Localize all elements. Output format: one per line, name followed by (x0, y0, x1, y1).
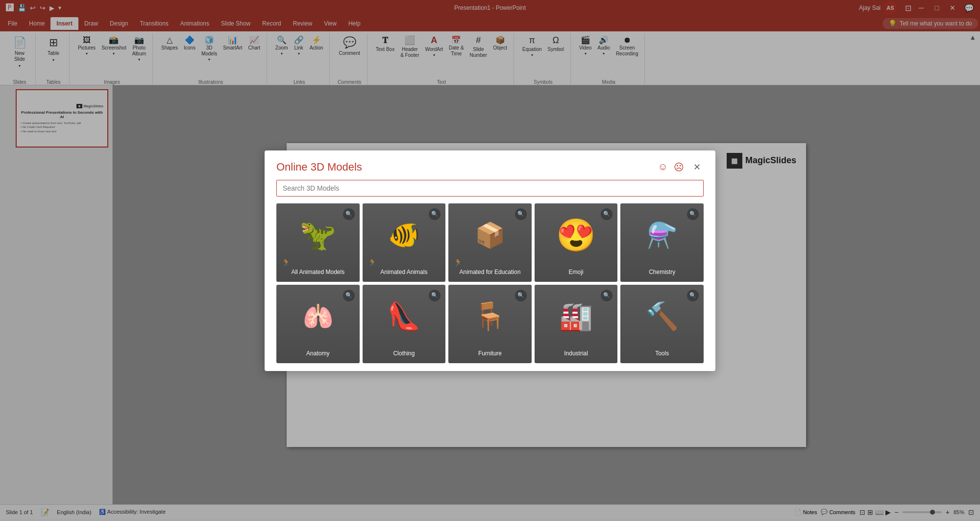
clothing-search-icon: 🔍 (429, 290, 441, 301)
category-tools[interactable]: 🔨 🔍 Tools (620, 285, 704, 363)
furniture-search-icon: 🔍 (515, 290, 527, 301)
chemistry-search-icon: 🔍 (687, 208, 699, 220)
all-animated-search-icon: 🔍 (343, 208, 355, 220)
category-furniture[interactable]: 🪑 🔍 Furniture (448, 285, 532, 363)
all-animated-label: All Animated Models (291, 269, 344, 275)
animated-education-label: Animated for Education (460, 269, 521, 275)
category-emoji[interactable]: 😍 🔍 Emoji (535, 203, 618, 282)
category-animated-animals[interactable]: 🐠 🔍 🏃 Animated Animals (363, 203, 446, 282)
industrial-label: Industrial (564, 350, 588, 357)
category-chemistry[interactable]: ⚗️ 🔍 Chemistry (620, 203, 704, 282)
tools-label: Tools (655, 350, 669, 357)
tools-search-icon: 🔍 (687, 290, 699, 301)
category-industrial[interactable]: 🏭 🔍 Industrial (535, 285, 618, 363)
modal-header: Online 3D Models ☺ ☹ ✕ (265, 150, 715, 180)
models-grid: 🦖 🔍 🏃 All Animated Models 🐠 🔍 🏃 Animated… (276, 203, 704, 363)
anatomy-search-icon: 🔍 (343, 290, 355, 301)
modal-overlay[interactable]: Online 3D Models ☺ ☹ ✕ 🦖 🔍 🏃 All Animate… (0, 0, 980, 521)
animated-education-search-icon: 🔍 (515, 208, 527, 220)
animated-animals-anim-icon: 🏃 (368, 258, 377, 267)
modal-close-button[interactable]: ✕ (690, 160, 704, 174)
emoji-search-icon: 🔍 (601, 208, 612, 220)
modal-title: Online 3D Models (276, 161, 362, 174)
emoji-label: Emoji (569, 269, 584, 275)
feedback-positive-btn[interactable]: ☺ (658, 161, 668, 173)
furniture-label: Furniture (478, 350, 502, 357)
category-all-animated[interactable]: 🦖 🔍 🏃 All Animated Models (276, 203, 360, 282)
modal-header-right: ☺ ☹ ✕ (658, 160, 704, 174)
category-animated-education[interactable]: 📦 🔍 🏃 Animated for Education (448, 203, 532, 282)
all-animated-anim-icon: 🏃 (281, 258, 291, 267)
clothing-label: Clothing (393, 350, 415, 357)
animated-education-anim-icon: 🏃 (453, 258, 463, 267)
search-container (265, 180, 715, 203)
modal-grid-container[interactable]: 🦖 🔍 🏃 All Animated Models 🐠 🔍 🏃 Animated… (265, 203, 715, 371)
feedback-negative-btn[interactable]: ☹ (674, 161, 684, 173)
category-anatomy[interactable]: 🫁 🔍 Anatomy (276, 285, 360, 363)
category-clothing[interactable]: 👠 🔍 Clothing (363, 285, 446, 363)
animated-animals-label: Animated Animals (380, 269, 427, 275)
3d-models-modal: Online 3D Models ☺ ☹ ✕ 🦖 🔍 🏃 All Animate… (265, 150, 715, 371)
chemistry-label: Chemistry (649, 269, 675, 275)
animated-animals-search-icon: 🔍 (429, 208, 441, 220)
anatomy-label: Anatomy (306, 350, 329, 357)
industrial-search-icon: 🔍 (601, 290, 612, 301)
search-input[interactable] (276, 180, 704, 197)
